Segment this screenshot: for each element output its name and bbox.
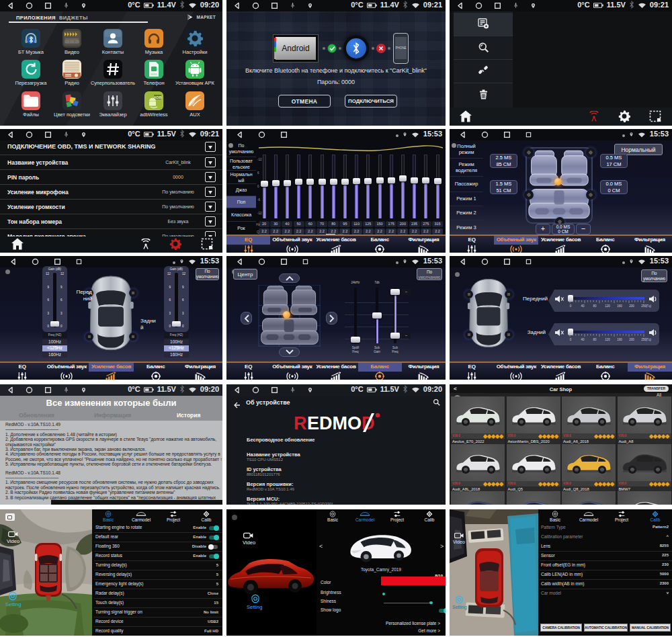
- svg-text:ADB: ADB: [154, 95, 162, 99]
- svg-text:EDMO: EDMO: [307, 413, 362, 433]
- svg-text:R: R: [294, 413, 307, 433]
- svg-text:03.06.29: 03.06.29: [65, 40, 79, 44]
